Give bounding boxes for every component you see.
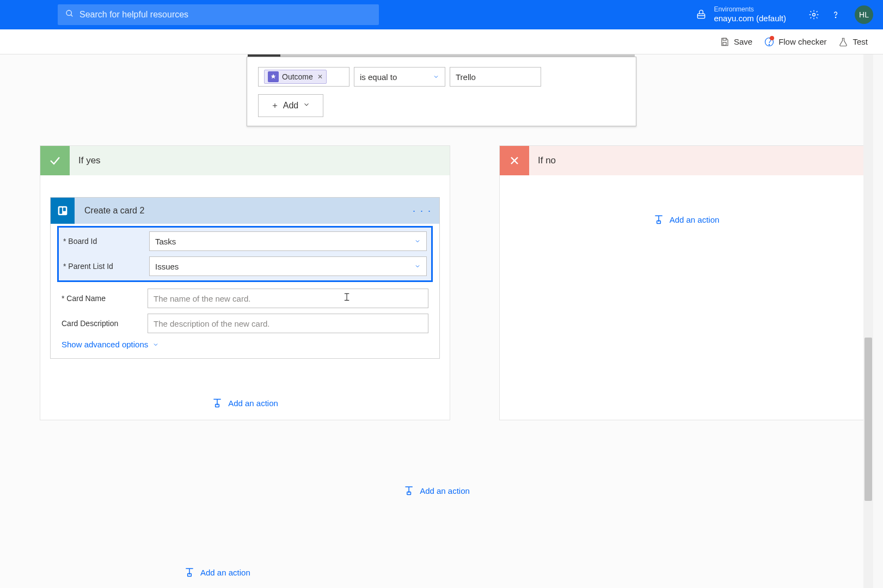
scrollbar-thumb[interactable] — [864, 338, 872, 501]
condition-right-operand[interactable]: Trello — [450, 67, 541, 87]
alert-dot-icon — [770, 36, 774, 40]
search-input[interactable] — [79, 10, 371, 20]
show-advanced-options-link[interactable]: Show advanced options — [62, 340, 159, 349]
toolbar-save-label: Save — [734, 37, 752, 46]
branch-yes-label: If yes — [78, 155, 101, 166]
gear-icon[interactable] — [808, 9, 820, 21]
toolbar-flowchecker-label: Flow checker — [778, 37, 826, 46]
branch-no: If no Add an action — [499, 145, 873, 420]
svg-point-3 — [813, 14, 815, 16]
card-name-input[interactable] — [154, 294, 422, 303]
svg-rect-16 — [216, 405, 219, 407]
approval-icon — [268, 71, 279, 82]
chevron-down-icon — [414, 262, 421, 271]
vertical-scrollbar[interactable] — [863, 54, 873, 588]
env-name: enayu.com (default) — [714, 14, 786, 23]
environment-icon — [695, 9, 707, 21]
branch-no-header: If no — [500, 146, 873, 175]
action-create-card: Create a card 2 · · · Board Id Tasks — [50, 197, 440, 359]
card-name-input-wrap[interactable] — [148, 289, 428, 308]
token-outcome[interactable]: Outcome ✕ — [264, 70, 327, 84]
condition-add-button[interactable]: Add — [258, 94, 323, 117]
parent-list-id-value: Issues — [155, 262, 179, 271]
add-action-label: Add an action — [670, 215, 720, 224]
highlighted-fields: Board Id Tasks Parent List Id — [57, 226, 433, 282]
topbar: Environments enayu.com (default) HL — [0, 0, 883, 29]
chevron-down-icon — [303, 101, 310, 111]
toolbar-test-label: Test — [853, 37, 868, 46]
card-description-input[interactable] — [154, 319, 422, 328]
environment-picker[interactable]: Environments enayu.com (default) — [695, 6, 786, 23]
add-action-yes[interactable]: Add an action — [212, 397, 278, 409]
board-id-label: Board Id — [63, 237, 144, 246]
add-action-no[interactable]: Add an action — [653, 213, 720, 225]
svg-rect-13 — [63, 207, 66, 211]
svg-rect-2 — [698, 14, 705, 18]
svg-line-1 — [71, 15, 72, 16]
help-icon[interactable] — [830, 9, 842, 21]
svg-rect-12 — [59, 207, 62, 214]
test-button[interactable]: Test — [838, 37, 868, 47]
svg-rect-11 — [58, 206, 68, 216]
condition-value: Trello — [456, 72, 476, 82]
action-title: Create a card 2 — [84, 206, 413, 216]
token-label: Outcome — [282, 72, 313, 81]
parent-list-id-select[interactable]: Issues — [149, 256, 427, 276]
save-button[interactable]: Save — [720, 37, 752, 47]
svg-rect-24 — [407, 492, 411, 495]
condition-card: Outcome ✕ is equal to Trello Add — [247, 57, 636, 126]
svg-rect-27 — [188, 574, 192, 577]
board-id-value: Tasks — [155, 237, 176, 246]
parent-list-id-label: Parent List Id — [63, 262, 144, 271]
svg-rect-5 — [723, 38, 726, 40]
chevron-down-icon — [414, 237, 421, 246]
svg-point-4 — [835, 17, 836, 17]
svg-point-7 — [769, 44, 770, 45]
add-action-label: Add an action — [420, 486, 470, 495]
condition-operator-select[interactable]: is equal to — [354, 67, 445, 87]
condition-left-operand[interactable]: Outcome ✕ — [258, 67, 349, 87]
operator-value: is equal to — [360, 72, 397, 82]
toolbar: Save Flow checker Test — [0, 29, 883, 54]
card-name-label: Card Name — [62, 294, 142, 303]
flow-checker-button[interactable]: Flow checker — [764, 37, 826, 47]
close-icon — [500, 146, 529, 175]
action-header[interactable]: Create a card 2 · · · — [51, 198, 439, 224]
branch-yes-header: If yes — [40, 146, 450, 175]
trello-icon — [51, 198, 75, 224]
svg-rect-6 — [723, 42, 726, 45]
flow-canvas[interactable]: Outcome ✕ is equal to Trello Add — [0, 54, 873, 588]
advanced-link-label: Show advanced options — [62, 340, 148, 349]
search-wrap[interactable] — [58, 4, 379, 25]
card-description-input-wrap[interactable] — [148, 314, 428, 333]
svg-point-0 — [66, 10, 71, 15]
branch-yes: If yes Create a card 2 · · · — [40, 145, 450, 420]
svg-rect-21 — [657, 221, 660, 224]
add-action-bottom[interactable]: Add an action — [184, 566, 250, 578]
more-icon[interactable]: · · · — [413, 205, 432, 217]
token-remove-icon[interactable]: ✕ — [316, 73, 323, 81]
add-action-label: Add an action — [228, 399, 278, 408]
check-icon — [40, 146, 70, 175]
add-action-label: Add an action — [200, 568, 250, 577]
add-action-after-condition[interactable]: Add an action — [403, 485, 470, 497]
avatar[interactable]: HL — [855, 5, 873, 24]
add-button-label: Add — [283, 101, 298, 111]
board-id-select[interactable]: Tasks — [149, 231, 427, 251]
chevron-down-icon — [433, 72, 439, 82]
search-icon — [65, 9, 74, 20]
branch-no-label: If no — [538, 155, 556, 166]
env-label: Environments — [714, 6, 786, 14]
card-description-label: Card Description — [62, 319, 142, 328]
